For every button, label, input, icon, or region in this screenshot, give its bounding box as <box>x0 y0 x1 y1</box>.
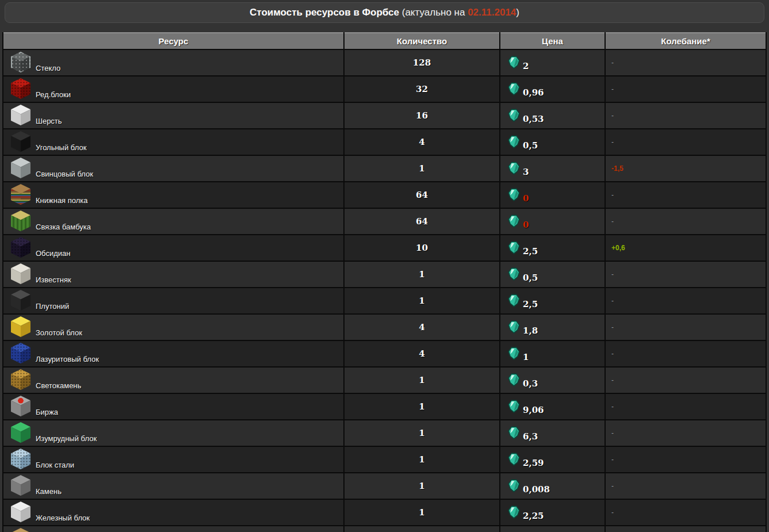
quantity-cell: 1 <box>344 288 500 314</box>
price-value: 3 <box>523 168 529 176</box>
quantity-cell: 128 <box>344 49 500 76</box>
bookshelf-icon <box>11 184 30 205</box>
diamond-gem-icon <box>508 453 520 466</box>
fluctuation-value: - <box>606 270 766 278</box>
price-cell: 1 <box>500 340 605 367</box>
fluctuation-value: - <box>606 456 766 464</box>
price-value: 2,59 <box>523 459 544 467</box>
steel-block-icon <box>11 449 30 469</box>
price-cell: 0,5 <box>500 129 605 155</box>
resource-cell: Золотой блок <box>3 314 344 340</box>
quantity-cell: 1 <box>344 526 500 532</box>
limestone-block-icon <box>11 263 30 284</box>
table-row: Золотой блок41,8- <box>3 314 766 340</box>
quantity-value: 1 <box>345 401 499 412</box>
price-cell: 0,008 <box>500 473 605 499</box>
price-value: 0,5 <box>523 274 538 282</box>
fluctuation-cell: - <box>605 340 766 367</box>
page-title-date: 02.11.2014 <box>468 7 516 18</box>
quantity-cell: 1 <box>344 155 500 182</box>
quantity-cell: 1 <box>344 367 500 393</box>
price-cell: 0,3 <box>500 367 605 393</box>
table-row: Угольный блок40,5- <box>3 129 766 155</box>
fluctuation-value: - <box>606 217 766 225</box>
fluctuation-value: - <box>606 297 766 305</box>
diamond-gem-icon <box>508 109 520 122</box>
resource-label: Известняк <box>36 276 71 284</box>
quantity-cell: 1 <box>344 261 500 288</box>
table-row: Железный блок12,25- <box>3 499 766 526</box>
fluctuation-cell: - <box>605 129 766 155</box>
fluctuation-cell: - <box>605 393 766 420</box>
price-value: 2,5 <box>523 300 538 308</box>
table-row: Камень10,008- <box>3 473 766 499</box>
resource-label: Железный блок <box>36 514 90 522</box>
resource-label: Шерсть <box>36 117 62 125</box>
quantity-cell: 1 <box>344 393 500 420</box>
page-title-main: Стоимость ресурсов в Форбсе <box>250 7 399 18</box>
fluctuation-cell: - <box>605 473 766 499</box>
resource-label: Изумрудный блок <box>36 435 97 443</box>
column-header-price: Цена <box>500 33 605 49</box>
quantity-value: 4 <box>345 349 499 359</box>
price-value: 0 <box>523 221 529 229</box>
fluctuation-value: - <box>606 138 766 146</box>
resource-cell: Шерсть <box>3 102 344 129</box>
table-row: Стекло1282- <box>3 49 766 76</box>
fluctuation-value: - <box>606 376 766 384</box>
plutonium-block-icon <box>11 290 30 311</box>
diamond-gem-icon <box>508 426 520 439</box>
price-value: 0,3 <box>523 380 538 388</box>
resource-cell: Ред.блоки <box>3 76 344 102</box>
fluctuation-cell: - <box>605 420 766 446</box>
resource-label: Светокамень <box>36 382 81 390</box>
quantity-cell: 64 <box>344 182 500 208</box>
quantity-value: 1 <box>345 428 499 438</box>
quantity-cell: 4 <box>344 129 500 155</box>
fluctuation-value: - <box>606 350 766 358</box>
price-cell: 0 <box>500 208 605 235</box>
diamond-gem-icon <box>508 82 520 95</box>
price-value: 2,5 <box>523 247 538 255</box>
fluctuation-cell: - <box>605 314 766 340</box>
resource-cell: Доски (любые) <box>3 526 344 532</box>
quantity-value: 1 <box>345 507 499 518</box>
diamond-gem-icon <box>508 56 520 69</box>
gold-block-icon <box>11 316 30 337</box>
diamond-gem-icon <box>508 373 520 386</box>
resource-label: Книжная полка <box>36 197 88 205</box>
fluctuation-value: - <box>606 323 766 331</box>
diamond-gem-icon <box>508 479 520 492</box>
diamond-gem-icon <box>508 188 520 201</box>
price-value: 2,25 <box>523 512 544 520</box>
coal-block-icon <box>11 131 30 152</box>
fluctuation-cell: -1,5 <box>605 155 766 182</box>
fluctuation-cell: - <box>605 499 766 526</box>
price-value: 2 <box>523 62 529 70</box>
quantity-value: 16 <box>345 110 499 121</box>
resource-label: Плутоний <box>36 303 69 311</box>
fluctuation-cell: - <box>605 208 766 235</box>
resource-cell: Стекло <box>3 49 344 76</box>
diamond-gem-icon <box>508 347 520 360</box>
quantity-cell: 1 <box>344 473 500 499</box>
resource-cell: Камень <box>3 473 344 499</box>
lapis-block-icon <box>11 343 30 363</box>
table-row: Плутоний12,5- <box>3 288 766 314</box>
obsidian-block-icon <box>11 237 30 258</box>
quantity-cell: 4 <box>344 340 500 367</box>
glowstone-block-icon <box>11 369 30 390</box>
fluctuation-cell: - <box>605 102 766 129</box>
price-cell: 2,59 <box>500 446 605 473</box>
fluctuation-value: - <box>606 59 766 67</box>
page-title-suffix: ) <box>516 7 519 18</box>
table-row: Блок стали12,59- <box>3 446 766 473</box>
resource-cell: Лазуритовый блок <box>3 340 344 367</box>
table-row: Известняк10,5- <box>3 261 766 288</box>
price-cell: 2 <box>500 49 605 76</box>
diamond-gem-icon <box>508 162 520 175</box>
fluctuation-value: - <box>606 429 766 437</box>
price-cell: 2,5 <box>500 235 605 261</box>
quantity-value: 128 <box>345 58 499 68</box>
table-row: Доски (любые)10,007- <box>3 526 766 532</box>
